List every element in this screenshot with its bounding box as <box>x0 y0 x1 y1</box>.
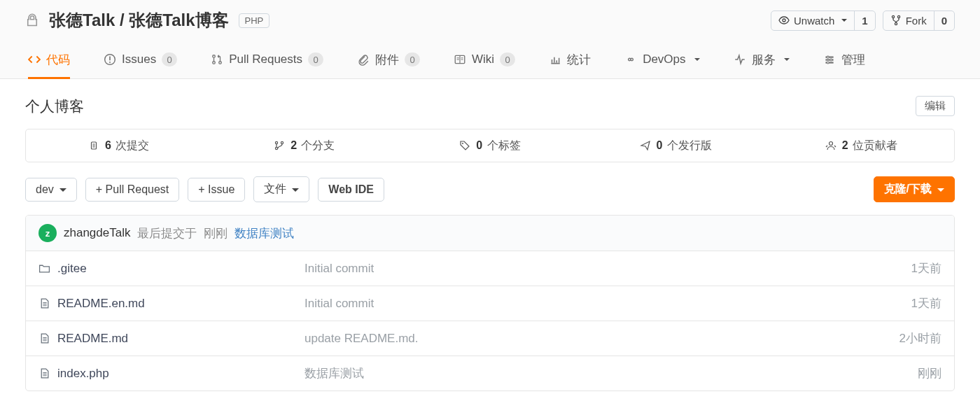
last-commit-message[interactable]: 数据库测试 <box>234 225 294 241</box>
repo-description: 个人博客 <box>25 97 84 116</box>
last-commit-prefix: 最后提交于 <box>137 225 197 241</box>
lock-icon <box>25 13 39 27</box>
tag-icon <box>459 140 470 151</box>
commit-message[interactable]: Initial commit <box>304 297 830 311</box>
avatar[interactable]: z <box>38 224 57 242</box>
tab-attachments[interactable]: 附件 0 <box>357 41 420 78</box>
table-row: index.php数据库测试刚刚 <box>26 356 954 391</box>
last-commit-when: 刚刚 <box>204 225 227 241</box>
settings-icon <box>823 53 836 66</box>
file-name[interactable]: README.md <box>38 332 304 346</box>
file-icon <box>38 332 50 344</box>
repo-tabs: 代码 Issues 0 Pull Requests 0 附件 0 Wiki 0 … <box>25 41 955 78</box>
clone-download-button[interactable]: 克隆/下载 <box>874 176 955 202</box>
commit-when: 刚刚 <box>830 365 941 381</box>
stat-tags[interactable]: 0 个标签 <box>397 129 582 162</box>
stats-bar: 6 次提交 2 个分支 0 个标签 0 个发行版 2 位贡献者 <box>25 129 955 162</box>
tab-wiki[interactable]: Wiki 0 <box>454 41 515 78</box>
files-menu[interactable]: 文件 <box>253 176 309 202</box>
chevron-down-icon <box>784 58 790 64</box>
stat-contributors[interactable]: 2 位贡献者 <box>769 129 954 162</box>
tab-manage[interactable]: 管理 <box>823 41 865 78</box>
watch-count[interactable]: 1 <box>854 11 874 30</box>
pr-icon <box>211 53 223 66</box>
release-icon <box>640 140 651 151</box>
file-name[interactable]: .gitee <box>38 262 304 276</box>
branch-icon <box>274 140 285 151</box>
commit-message[interactable]: update README.md. <box>304 332 830 346</box>
tab-devops[interactable]: DevOps <box>624 41 699 78</box>
fork-icon <box>890 15 902 26</box>
repo-title: 张德Talk / 张德Talk博客 PHP <box>25 9 270 31</box>
table-row: README.en.mdInitial commit1天前 <box>26 286 954 321</box>
new-issue-button[interactable]: + Issue <box>188 178 245 202</box>
tab-issues[interactable]: Issues 0 <box>104 41 177 78</box>
wiki-count: 0 <box>500 52 515 66</box>
owner-link[interactable]: 张德Talk <box>49 10 115 29</box>
chevron-down-icon <box>694 58 700 64</box>
file-panel: z zhangdeTalk 最后提交于 刚刚 数据库测试 .giteeIniti… <box>25 215 955 391</box>
toolbar: dev + Pull Request + Issue 文件 Web IDE 克隆… <box>25 176 955 202</box>
stat-branches[interactable]: 2 个分支 <box>211 129 397 162</box>
last-commit-author[interactable]: zhangdeTalk <box>64 226 130 240</box>
last-commit-bar: z zhangdeTalk 最后提交于 刚刚 数据库测试 <box>26 216 954 251</box>
edit-button[interactable]: 编辑 <box>916 96 955 116</box>
folder-icon <box>38 262 50 274</box>
commit-icon <box>88 140 99 151</box>
issue-icon <box>104 53 116 66</box>
chart-icon <box>549 53 561 66</box>
stat-releases[interactable]: 0 个发行版 <box>583 129 769 162</box>
file-name[interactable]: README.en.md <box>38 297 304 311</box>
attachments-count: 0 <box>405 52 420 66</box>
eye-icon <box>778 15 790 26</box>
tab-services[interactable]: 服务 <box>734 41 790 78</box>
commit-when: 1天前 <box>830 295 941 311</box>
file-icon <box>38 367 50 379</box>
issues-count: 0 <box>162 52 177 66</box>
people-icon <box>825 140 836 151</box>
stat-commits[interactable]: 6 次提交 <box>26 129 211 162</box>
commit-message[interactable]: 数据库测试 <box>304 365 830 381</box>
code-icon <box>28 53 41 66</box>
prs-count: 0 <box>308 52 323 66</box>
watch-button[interactable]: Unwatch 1 <box>771 10 876 31</box>
table-row: README.mdupdate README.md.2小时前 <box>26 321 954 356</box>
infinity-icon <box>624 53 637 66</box>
file-name[interactable]: index.php <box>38 367 304 381</box>
commit-message[interactable]: Initial commit <box>304 262 830 276</box>
chevron-down-icon <box>841 19 847 24</box>
new-pr-button[interactable]: + Pull Request <box>85 178 180 202</box>
clip-icon <box>357 53 370 66</box>
branch-selector[interactable]: dev <box>25 178 77 202</box>
book-icon <box>454 53 466 66</box>
pulse-icon <box>734 53 746 66</box>
tab-code[interactable]: 代码 <box>28 41 70 78</box>
tab-stats[interactable]: 统计 <box>549 41 591 78</box>
repo-link[interactable]: 张德Talk博客 <box>129 10 228 29</box>
tab-pull-requests[interactable]: Pull Requests 0 <box>211 41 323 78</box>
fork-count[interactable]: 0 <box>934 11 954 30</box>
web-ide-button[interactable]: Web IDE <box>318 178 384 202</box>
commit-when: 1天前 <box>830 260 941 276</box>
fork-button[interactable]: Fork 0 <box>883 10 955 31</box>
table-row: .giteeInitial commit1天前 <box>26 251 954 286</box>
language-tag: PHP <box>239 13 270 28</box>
file-icon <box>38 297 50 309</box>
commit-when: 2小时前 <box>830 330 941 346</box>
